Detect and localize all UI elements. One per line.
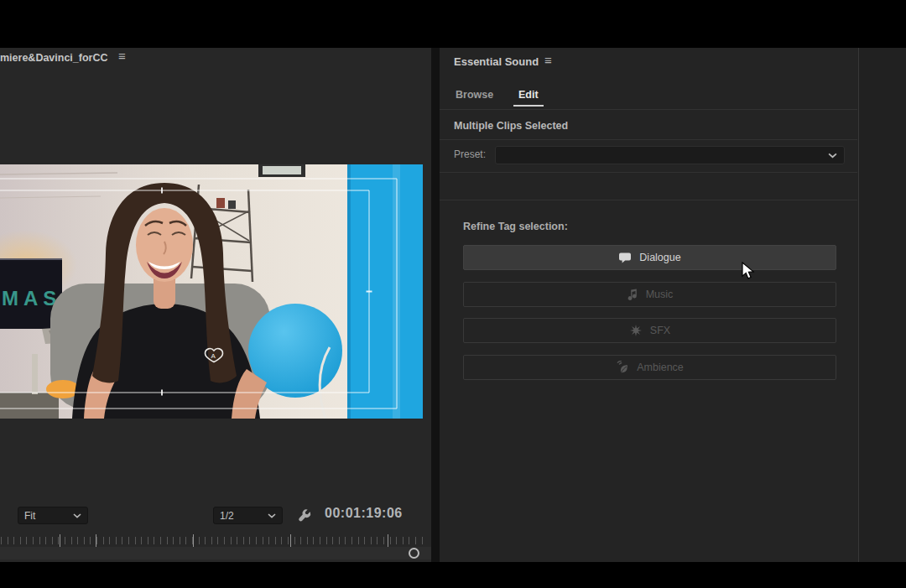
separator (440, 109, 857, 110)
chevron-down-icon (828, 153, 837, 159)
tag-ambience-button[interactable]: Ambience (463, 355, 836, 380)
bottom-letterbox (0, 562, 906, 588)
preset-label: Preset: (454, 148, 486, 160)
top-letterbox (0, 0, 906, 48)
program-monitor-viewport[interactable]: MAS (0, 164, 423, 419)
tab-edit[interactable]: Edit (518, 89, 539, 101)
blue-curtain (347, 164, 423, 419)
shelf-item (216, 198, 225, 208)
playback-resolution-select[interactable]: 1/2 (213, 507, 283, 524)
tag-label: SFX (650, 325, 670, 336)
app-window: miere&Davinci_forCC ≡ (0, 0, 906, 588)
svg-text:A: A (211, 352, 216, 360)
video-frame: MAS (0, 164, 423, 419)
speech-bubble-icon (618, 252, 632, 264)
chevron-down-icon (268, 513, 276, 518)
separator (440, 172, 857, 173)
preset-select[interactable] (495, 146, 845, 164)
separator (440, 200, 857, 200)
hamburger-icon[interactable]: ≡ (118, 49, 126, 63)
timecode-display[interactable]: 00:01:19:06 (325, 506, 403, 521)
active-tab-underline (513, 105, 544, 107)
tab-browse[interactable]: Browse (456, 89, 493, 101)
separator (440, 139, 857, 140)
tag-label: Music (646, 289, 674, 300)
panel-divider[interactable] (431, 48, 440, 562)
starburst-icon (629, 324, 643, 337)
tag-label: Ambience (637, 362, 684, 373)
work-area-ruler[interactable] (1, 534, 426, 547)
chevron-down-icon (73, 513, 81, 518)
horizontal-scrollbar[interactable] (0, 547, 431, 559)
leaf-icon (616, 361, 629, 374)
music-note-icon (627, 289, 638, 301)
tag-sfx-button[interactable]: SFX (463, 318, 836, 343)
desk (0, 393, 59, 419)
program-monitor-tab[interactable]: miere&Davinci_forCC (0, 52, 108, 64)
wrench-icon[interactable] (294, 507, 315, 525)
playback-resolution-value: 1/2 (220, 510, 234, 522)
selection-status: Multiple Clips Selected (454, 120, 568, 132)
hamburger-icon[interactable]: ≡ (544, 53, 552, 67)
refine-tag-label: Refine Tag selection: (463, 221, 568, 232)
tag-music-button[interactable]: Music (463, 282, 836, 307)
svg-text:MAS: MAS (2, 287, 61, 310)
picture-frame (258, 164, 305, 177)
essential-sound-panel: Essential Sound ≡ Browse Edit Multiple C… (440, 48, 906, 562)
desk-item (32, 354, 38, 394)
essential-sound-title: Essential Sound (454, 55, 539, 68)
scrollbar-zoom-handle[interactable] (409, 548, 419, 559)
zoom-level-value: Fit (24, 510, 35, 522)
shelf-item (228, 200, 236, 209)
program-monitor-panel: miere&Davinci_forCC ≡ (0, 48, 431, 562)
zoom-level-select[interactable]: Fit (18, 507, 88, 524)
panel-right-margin (858, 48, 906, 562)
tag-label: Dialogue (639, 252, 680, 263)
tag-dialogue-button[interactable]: Dialogue (463, 245, 836, 270)
